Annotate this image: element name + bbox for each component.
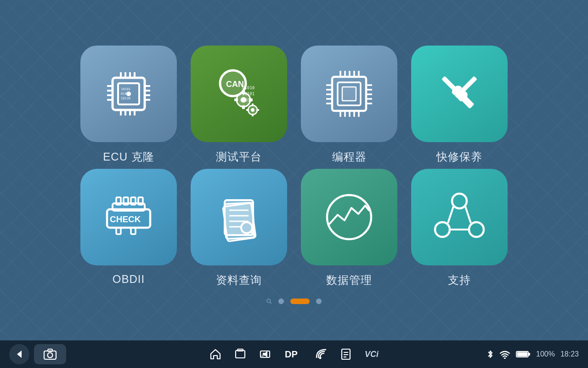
- svg-text:10110: 10110: [121, 97, 130, 100]
- back-button[interactable]: [9, 344, 29, 364]
- volume-button[interactable]: 🔊: [259, 348, 271, 360]
- vci-button[interactable]: VCi: [365, 350, 379, 359]
- dp-button[interactable]: DP: [284, 348, 302, 360]
- svg-rect-30: [242, 105, 245, 109]
- app-label-test-platform: 测试平台: [216, 150, 262, 164]
- notes-icon: [340, 348, 352, 360]
- svg-point-21: [126, 92, 131, 96]
- wifi-rss-button[interactable]: [315, 348, 327, 360]
- svg-point-88: [469, 222, 484, 237]
- home-icon: [209, 348, 221, 360]
- wifi-icon: [499, 350, 510, 359]
- pagination-dot-1[interactable]: [278, 299, 284, 304]
- app-icon-data-query[interactable]: [191, 169, 287, 265]
- app-grid: 10101 01010 10110 ECU 克隆 CAN 01010 10101: [80, 46, 508, 288]
- svg-rect-111: [517, 352, 528, 356]
- ecu-icon: 10101 01010 10110: [99, 64, 158, 124]
- app-label-data-management: 数据管理: [326, 273, 372, 288]
- svg-rect-32: [249, 98, 253, 101]
- svg-text:CAN: CAN: [226, 80, 244, 89]
- wifi-symbol: [499, 350, 510, 359]
- svg-rect-112: [528, 353, 530, 356]
- pagination-dot-2-active[interactable]: [290, 299, 310, 304]
- battery-percent: 100%: [536, 350, 555, 358]
- app-item-test-platform[interactable]: CAN 01010 10101 01010: [191, 46, 287, 164]
- svg-point-35: [251, 108, 254, 112]
- svg-point-104: [319, 357, 321, 359]
- data-management-icon: [319, 187, 379, 247]
- app-item-data-management[interactable]: 数据管理: [301, 169, 397, 288]
- taskbar-right: 100% 18:23: [486, 349, 579, 359]
- svg-rect-38: [246, 109, 249, 111]
- app-label-data-query: 资料查询: [216, 273, 262, 288]
- svg-point-86: [452, 194, 467, 208]
- app-label-obd: OBDII: [113, 273, 145, 286]
- camera-icon: [43, 348, 57, 360]
- main-content: 10101 01010 10110 ECU 克隆 CAN 01010 10101: [0, 0, 588, 340]
- app-icon-maintenance[interactable]: [411, 46, 508, 142]
- bluetooth-icon: [486, 349, 494, 359]
- recents-button[interactable]: [234, 348, 246, 360]
- app-icon-ecu-clone[interactable]: 10101 01010 10110: [80, 46, 177, 142]
- app-icon-support[interactable]: [411, 169, 508, 265]
- support-icon: [430, 187, 489, 247]
- svg-line-93: [270, 302, 271, 304]
- svg-text:01010: 01010: [242, 86, 254, 90]
- svg-rect-37: [252, 114, 254, 116]
- app-label-ecu-clone: ECU 克隆: [103, 150, 154, 164]
- pagination-search[interactable]: [266, 299, 272, 304]
- programmer-icon: [319, 64, 379, 124]
- app-icon-data-management[interactable]: [301, 169, 397, 265]
- app-item-ecu-clone[interactable]: 10101 01010 10110 ECU 克隆: [80, 46, 177, 164]
- back-icon: [14, 349, 24, 359]
- dp-icon: DP: [284, 348, 302, 360]
- taskbar: 🔊 DP VCi: [0, 340, 588, 368]
- screenshot-button[interactable]: [34, 344, 66, 364]
- obd-icon: CHECK: [99, 187, 158, 247]
- search-icon: [266, 298, 272, 305]
- app-item-programmer[interactable]: 编程器: [301, 46, 397, 164]
- svg-text:CHECK: CHECK: [110, 214, 141, 224]
- volume-icon: 🔊: [259, 348, 271, 360]
- battery-symbol: [516, 350, 531, 358]
- svg-point-28: [241, 97, 246, 103]
- app-item-data-query[interactable]: 资料查询: [191, 169, 287, 288]
- svg-point-96: [48, 353, 53, 358]
- pagination-dot-3[interactable]: [316, 299, 322, 304]
- app-icon-test-platform[interactable]: CAN 01010 10101 01010: [191, 46, 287, 142]
- app-icon-obd[interactable]: CHECK: [80, 169, 177, 265]
- app-item-maintenance[interactable]: 快修保养: [411, 46, 508, 164]
- home-button[interactable]: [209, 348, 221, 360]
- rss-icon: [315, 348, 327, 360]
- svg-line-89: [448, 207, 453, 223]
- clock: 18:23: [560, 350, 579, 358]
- battery-icon: [516, 350, 531, 358]
- svg-line-90: [465, 207, 471, 223]
- svg-rect-39: [256, 109, 259, 111]
- app-label-programmer: 编程器: [332, 150, 367, 164]
- app-label-support: 支持: [448, 273, 471, 288]
- svg-rect-36: [252, 104, 254, 106]
- svg-text:🔊: 🔊: [261, 353, 265, 357]
- svg-point-85: [327, 195, 371, 239]
- app-label-maintenance: 快修保养: [436, 150, 482, 164]
- svg-rect-78: [225, 200, 253, 235]
- notes-button[interactable]: [340, 348, 352, 360]
- svg-point-109: [504, 357, 506, 359]
- svg-rect-97: [48, 349, 52, 351]
- app-icon-programmer[interactable]: [301, 46, 397, 142]
- svg-point-87: [435, 222, 450, 237]
- maintenance-icon: [430, 64, 489, 124]
- svg-marker-94: [17, 351, 22, 358]
- svg-rect-98: [236, 351, 245, 358]
- svg-rect-31: [234, 98, 238, 101]
- svg-text:10101: 10101: [121, 87, 130, 91]
- pagination: [266, 299, 322, 304]
- app-item-support[interactable]: 支持: [411, 169, 508, 288]
- bluetooth-symbol: [486, 349, 494, 359]
- data-query-icon: [209, 187, 269, 247]
- test-icon: CAN 01010 10101 01010: [209, 64, 269, 124]
- svg-rect-62: [342, 87, 356, 101]
- app-item-obd[interactable]: CHECK OBDII: [80, 169, 177, 286]
- taskbar-center: 🔊 DP VCi: [209, 348, 379, 360]
